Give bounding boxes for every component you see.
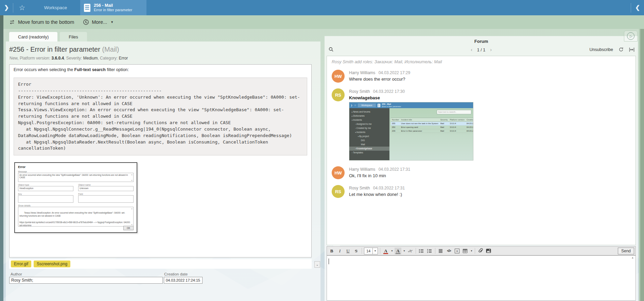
highlight-color-button[interactable]: A bbox=[395, 248, 401, 254]
font-color-bar bbox=[383, 253, 388, 254]
message-time: 04.03.2022 17:30 bbox=[373, 89, 405, 94]
dialog-object-type-value: ViewException bbox=[18, 186, 73, 191]
numbered-list-button[interactable] bbox=[426, 248, 433, 254]
avatar: RS bbox=[332, 88, 345, 101]
bold-button[interactable]: B bbox=[328, 248, 335, 254]
collapse-panel-icon[interactable]: ❮ bbox=[631, 0, 644, 15]
system-message: Rosy Smith add roles: Заказчик: Mail, Ис… bbox=[332, 60, 631, 64]
move-forum-label: Move forum to the bottom bbox=[18, 19, 74, 25]
attachment-screenshot-png[interactable]: Sscreenshot.png bbox=[34, 261, 70, 267]
underline-button[interactable]: U bbox=[345, 248, 351, 254]
code-button[interactable]: </> bbox=[446, 248, 452, 254]
dialog-details-scrollbar: ▴▾ bbox=[131, 207, 133, 226]
page-next-icon[interactable]: › bbox=[485, 47, 497, 52]
message-header: Rosy Smith 04.03.2022 17:30 bbox=[349, 89, 473, 94]
mini-sidebar: News and forums Dictionaries Incidents A… bbox=[349, 108, 389, 160]
mini-col-header: Incident title bbox=[400, 118, 439, 122]
message-text: Let me know when done! :) bbox=[349, 192, 405, 197]
font-color-button[interactable]: A bbox=[382, 248, 389, 254]
forum-title: Forum bbox=[325, 39, 638, 44]
refresh-icon[interactable] bbox=[619, 47, 624, 52]
mini-tab-subtitle: Error in filter parameter bbox=[382, 105, 401, 108]
description-box[interactable]: Error occurs when selecting the Full-tex… bbox=[9, 64, 312, 257]
send-button[interactable]: Send bbox=[618, 248, 634, 254]
message-time: 04.03.2022 17:31 bbox=[373, 186, 405, 190]
mini-sidebar-item: Assigned to me bbox=[349, 122, 389, 126]
message-author: Rosy Smith bbox=[349, 186, 370, 190]
favorites-star-icon[interactable]: ☆ bbox=[13, 0, 31, 15]
italic-button[interactable]: I bbox=[336, 248, 343, 254]
mini-col-header: Number bbox=[391, 118, 400, 122]
paragraph-lines-icon bbox=[438, 249, 443, 253]
page-indicator: 1 / 1 bbox=[477, 48, 485, 52]
forum-messages: Rosy Smith add roles: Заказчик: Mail, Ис… bbox=[327, 56, 636, 245]
paragraph-button[interactable] bbox=[437, 248, 444, 254]
insert-table-button[interactable] bbox=[462, 248, 469, 254]
message-time: 04.03.2022 17:31 bbox=[379, 167, 410, 172]
tab-files[interactable]: Files bbox=[60, 32, 87, 41]
scroll-down-button[interactable]: ⌄ bbox=[314, 261, 320, 268]
remove-html-button[interactable]: x bbox=[454, 248, 460, 254]
mini-workspace-tab: Workspace bbox=[358, 103, 376, 107]
meta-prefix: New, Platform version: bbox=[10, 56, 51, 61]
unsubscribe-button[interactable]: Unsubscribe bbox=[590, 47, 613, 52]
font-size-select[interactable]: 14 ▼ bbox=[364, 248, 378, 254]
more-button[interactable]: More... ▼ bbox=[83, 19, 114, 25]
error-dialog-image[interactable]: Error Message An error occurred when exe… bbox=[14, 162, 137, 233]
message-text: Knowlagebase bbox=[349, 95, 473, 100]
tab-card-readonly[interactable]: Card (readonly) bbox=[9, 32, 57, 41]
mini-sidebar-item: News and forums bbox=[349, 110, 389, 114]
creation-date-field[interactable] bbox=[164, 277, 203, 284]
mini-sidebar-item: Incidents bbox=[349, 130, 389, 134]
editor-scroll-up[interactable]: ▲ bbox=[630, 256, 635, 264]
avatar: HW bbox=[332, 166, 345, 179]
expand-menu-icon[interactable]: ❯ bbox=[0, 0, 13, 15]
highlight-bar bbox=[396, 253, 400, 254]
table-caret-icon[interactable]: ▼ bbox=[470, 250, 473, 252]
meta-severity: Medium bbox=[83, 56, 98, 61]
mini-sidebar-item: Dictionaries bbox=[349, 114, 389, 118]
mini-sidebar-item: Templates bbox=[349, 151, 389, 155]
mini-content: Input text to search.. Number Incident t… bbox=[389, 108, 473, 160]
toolbar-separator bbox=[380, 248, 380, 254]
page-prev-icon[interactable]: ‹ bbox=[466, 47, 477, 52]
message-header: Rosy Smith 04.03.2022 17:31 bbox=[349, 186, 405, 190]
attach-file-button[interactable] bbox=[477, 248, 484, 254]
message-input[interactable]: ▲ bbox=[327, 255, 636, 301]
table-icon bbox=[463, 249, 467, 253]
bullet-list-icon bbox=[419, 249, 424, 253]
highlight-caret-icon[interactable]: ▼ bbox=[403, 250, 405, 252]
card-title-text: #256 - Error in filter parameter bbox=[9, 46, 100, 53]
message-author: Harry Williams bbox=[349, 70, 375, 75]
insert-image-button[interactable] bbox=[485, 248, 492, 254]
message-row: HW Harry Williams 04.03.2022 17:31 Ok, I… bbox=[332, 166, 631, 179]
dialog-object-name-value: Unknown bbox=[78, 186, 134, 191]
right-splitter-strip[interactable] bbox=[639, 29, 644, 301]
attachment-error-gif[interactable]: Error.gif bbox=[11, 261, 31, 267]
strikethrough-button[interactable]: S bbox=[353, 248, 360, 254]
message-text: Where does the error occur? bbox=[349, 77, 410, 82]
more-label: More... bbox=[92, 19, 107, 25]
more-caret-icon: ▼ bbox=[110, 20, 114, 24]
mini-table-row: 255 User does not see the task in the Sy… bbox=[391, 122, 473, 126]
font-size-caret-icon[interactable]: ▼ bbox=[373, 248, 378, 254]
mini-col-header: Severity bbox=[439, 118, 449, 122]
top-bar: ❯ ☆ Workspace 256 - Mail Error in filter… bbox=[0, 0, 644, 15]
message-image-screenshot[interactable]: ❯☆ Workspace 256 - Mail Error in filter … bbox=[349, 102, 473, 161]
move-forum-button[interactable]: Move forum to the bottom bbox=[9, 19, 74, 25]
author-field[interactable] bbox=[9, 277, 163, 284]
tab-card-256-mail[interactable]: 256 - Mail Error in filter parameter bbox=[80, 0, 146, 15]
tab-workspace[interactable]: Workspace bbox=[31, 0, 80, 15]
forum-controls: ‹1 / 1› Unsubscribe bbox=[325, 46, 638, 54]
font-color-caret-icon[interactable]: ▼ bbox=[391, 250, 393, 252]
clear-format-button[interactable]: A bbox=[407, 248, 414, 254]
meta-version: 3.6.0.4 bbox=[51, 56, 64, 61]
workflow-button[interactable]: ▷ bbox=[624, 31, 638, 41]
editor-toolbar: B I U S 14 ▼ A ▼ A ▼ A bbox=[327, 246, 636, 255]
message-header: Harry Williams 04.03.2022 17:29 bbox=[349, 70, 410, 75]
expand-width-icon[interactable] bbox=[629, 47, 634, 52]
bullet-list-button[interactable] bbox=[418, 248, 425, 254]
dialog-ok-button: OK bbox=[123, 226, 134, 230]
message-row: RS Rosy Smith 04.03.2022 17:30 Knowlageb… bbox=[332, 88, 631, 161]
mini-table: Number Incident title Severity Platform … bbox=[391, 118, 473, 133]
